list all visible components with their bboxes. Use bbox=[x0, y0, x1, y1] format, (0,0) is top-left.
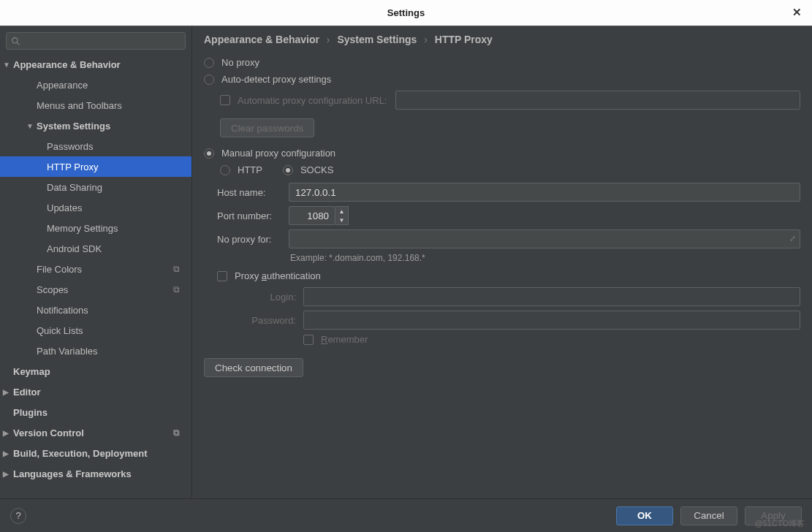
http-option[interactable]: HTTP bbox=[220, 164, 262, 175]
chevron-down-icon: ▼ bbox=[26, 122, 34, 130]
protocol-row: HTTP SOCKS bbox=[220, 164, 800, 175]
search-icon bbox=[11, 37, 20, 46]
spinner-up-icon[interactable]: ▲ bbox=[335, 207, 348, 216]
sidebar-item-memory-settings[interactable]: Memory Settings bbox=[0, 218, 191, 238]
sidebar-item-appearance[interactable]: Appearance bbox=[0, 75, 191, 95]
password-input[interactable] bbox=[303, 311, 800, 330]
sidebar-item-plugins[interactable]: Plugins bbox=[0, 402, 191, 422]
clear-passwords-button[interactable]: Clear passwords bbox=[220, 118, 314, 137]
chevron-right-icon: ▶ bbox=[3, 429, 10, 437]
socks-label: SOCKS bbox=[300, 164, 334, 175]
cancel-button[interactable]: Cancel bbox=[680, 506, 737, 525]
sidebar-item-version-control[interactable]: ▶Version Control⧉ bbox=[0, 422, 191, 443]
expand-icon[interactable]: ⤢ bbox=[789, 234, 796, 243]
login-row: Login: bbox=[232, 287, 800, 306]
port-row: Port number: ▲▼ bbox=[217, 206, 800, 225]
sidebar-item-editor[interactable]: ▶Editor bbox=[0, 381, 191, 402]
search-input[interactable] bbox=[6, 32, 186, 50]
remember-row[interactable]: Remember bbox=[303, 334, 800, 345]
sidebar-item-label: Updates bbox=[47, 202, 82, 213]
password-label: Password: bbox=[232, 315, 303, 326]
spinner-down-icon[interactable]: ▼ bbox=[335, 216, 348, 224]
sidebar-item-languages-frameworks[interactable]: ▶Languages & Frameworks bbox=[0, 463, 191, 484]
sidebar-item-label: Keymap bbox=[13, 366, 50, 377]
chevron-right-icon: › bbox=[327, 34, 330, 45]
noproxyfor-input[interactable] bbox=[289, 229, 800, 248]
chevron-right-icon: › bbox=[424, 34, 428, 45]
breadcrumb-2: HTTP Proxy bbox=[435, 34, 493, 45]
socks-option[interactable]: SOCKS bbox=[283, 164, 334, 175]
project-level-icon: ⧉ bbox=[173, 428, 180, 438]
sidebar-item-label: File Colors bbox=[37, 264, 82, 275]
project-level-icon: ⧉ bbox=[173, 264, 180, 274]
manual-proxy-label: Manual proxy configuration bbox=[221, 148, 335, 159]
auto-detect-option[interactable]: Auto-detect proxy settings bbox=[204, 74, 800, 85]
svg-line-1 bbox=[17, 42, 19, 45]
sidebar-item-quick-lists[interactable]: Quick Lists bbox=[0, 320, 191, 341]
sidebar-item-scopes[interactable]: Scopes⧉ bbox=[0, 279, 191, 300]
sidebar-item-updates[interactable]: Updates bbox=[0, 197, 191, 218]
content-panel: Appearance & Behavior › System Settings … bbox=[192, 26, 812, 498]
radio-icon bbox=[204, 148, 214, 159]
port-input[interactable] bbox=[289, 206, 335, 225]
login-input[interactable] bbox=[303, 287, 800, 306]
port-spinner[interactable]: ▲▼ bbox=[289, 206, 349, 225]
checkbox-icon bbox=[303, 335, 314, 345]
sidebar-item-label: Memory Settings bbox=[47, 223, 118, 234]
check-connection-button[interactable]: Check connection bbox=[204, 358, 303, 377]
sidebar-item-label: Quick Lists bbox=[37, 325, 83, 336]
noproxyfor-label: No proxy for: bbox=[217, 234, 289, 245]
sidebar-item-keymap[interactable]: Keymap bbox=[0, 361, 191, 381]
proxy-auth-label: Proxy authentication bbox=[235, 270, 321, 281]
project-level-icon: ⧉ bbox=[173, 284, 180, 294]
sidebar-item-label: Editor bbox=[13, 387, 41, 398]
breadcrumb-1[interactable]: System Settings bbox=[337, 34, 417, 45]
sidebar-item-label: HTTP Proxy bbox=[47, 162, 99, 172]
sidebar: ▼Appearance & BehaviorAppearanceMenus an… bbox=[0, 26, 192, 498]
sidebar-item-system-settings[interactable]: ▼System Settings bbox=[0, 115, 191, 136]
no-proxy-option[interactable]: No proxy bbox=[204, 57, 800, 68]
close-icon[interactable]: ✕ bbox=[792, 6, 802, 19]
sidebar-item-label: Build, Execution, Deployment bbox=[13, 448, 147, 459]
checkbox-icon[interactable] bbox=[220, 95, 230, 105]
sidebar-item-label: Passwords bbox=[47, 141, 94, 152]
sidebar-item-notifications[interactable]: Notifications bbox=[0, 300, 191, 320]
footer: ? OK Cancel Apply bbox=[0, 498, 812, 532]
radio-icon bbox=[204, 58, 214, 68]
chevron-right-icon: ▶ bbox=[3, 388, 10, 396]
sidebar-item-label: Notifications bbox=[37, 305, 88, 316]
sidebar-item-label: System Settings bbox=[37, 121, 110, 132]
sidebar-item-data-sharing[interactable]: Data Sharing bbox=[0, 177, 191, 197]
sidebar-item-file-colors[interactable]: File Colors⧉ bbox=[0, 259, 191, 279]
host-row: Host name: bbox=[217, 183, 800, 202]
sidebar-item-build-execution-deployment[interactable]: ▶Build, Execution, Deployment bbox=[0, 443, 191, 463]
sidebar-item-label: Version Control bbox=[13, 428, 84, 438]
spinner-buttons[interactable]: ▲▼ bbox=[335, 206, 349, 225]
sidebar-item-http-proxy[interactable]: HTTP Proxy bbox=[0, 156, 191, 177]
sidebar-item-appearance-behavior[interactable]: ▼Appearance & Behavior bbox=[0, 54, 191, 75]
password-row: Password: bbox=[232, 311, 800, 330]
chevron-right-icon: ▶ bbox=[3, 470, 10, 478]
radio-icon bbox=[204, 75, 214, 85]
breadcrumb-0[interactable]: Appearance & Behavior bbox=[204, 34, 319, 45]
sidebar-item-android-sdk[interactable]: Android SDK bbox=[0, 238, 191, 259]
svg-point-0 bbox=[12, 37, 18, 42]
sidebar-item-label: Android SDK bbox=[47, 243, 102, 254]
manual-proxy-option[interactable]: Manual proxy configuration bbox=[204, 148, 800, 159]
sidebar-item-path-variables[interactable]: Path Variables bbox=[0, 341, 191, 361]
auto-url-input[interactable] bbox=[395, 91, 800, 110]
window-title: Settings bbox=[387, 7, 425, 18]
sidebar-item-label: Appearance & Behavior bbox=[13, 59, 121, 70]
no-proxy-label: No proxy bbox=[221, 57, 259, 68]
help-button[interactable]: ? bbox=[10, 508, 26, 524]
http-label: HTTP bbox=[238, 164, 262, 175]
auto-url-label: Automatic proxy configuration URL: bbox=[238, 95, 387, 106]
settings-tree: ▼Appearance & BehaviorAppearanceMenus an… bbox=[0, 54, 191, 498]
ok-button[interactable]: OK bbox=[616, 506, 673, 525]
watermark: @51CTO博客 bbox=[755, 518, 805, 529]
sidebar-item-passwords[interactable]: Passwords bbox=[0, 136, 191, 156]
remember-label: Remember bbox=[321, 334, 368, 345]
sidebar-item-menus-and-toolbars[interactable]: Menus and Toolbars bbox=[0, 95, 191, 115]
proxy-auth-row[interactable]: Proxy authentication bbox=[217, 270, 800, 281]
host-input[interactable] bbox=[289, 183, 800, 202]
